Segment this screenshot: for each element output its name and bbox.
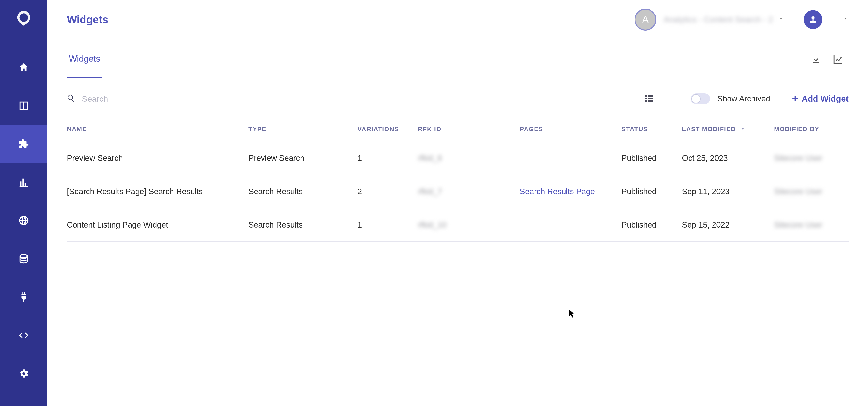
brand-logo[interactable]: [15, 10, 32, 27]
col-last-modified[interactable]: LAST MODIFIED: [682, 125, 774, 133]
view-toggle[interactable]: [644, 93, 654, 104]
nav-analytics[interactable]: [0, 163, 48, 201]
home-icon: [18, 62, 29, 73]
cell-pages: Search Results Page: [520, 187, 621, 196]
cell-last-modified: Oct 25, 2023: [682, 154, 774, 163]
col-rfk-id[interactable]: RFK ID: [418, 125, 520, 133]
cell-modified-by: Sitecore User: [774, 187, 848, 196]
table-row[interactable]: Content Listing Page Widget Search Resul…: [67, 208, 848, 242]
cell-type: Preview Search: [248, 154, 358, 163]
nav-plug[interactable]: [0, 278, 48, 316]
cell-type: Search Results: [248, 220, 358, 229]
environment-label[interactable]: Analytics - Content Search - 2: [663, 15, 773, 24]
cell-name: [Search Results Page] Search Results: [67, 187, 248, 196]
user-label: - -: [830, 15, 838, 24]
cell-variations: 1: [358, 154, 418, 163]
cell-rfk-id: rfkid_6: [418, 154, 520, 163]
plug-icon: [18, 291, 29, 303]
table-header-row: NAME TYPE VARIATIONS RFK ID PAGES STATUS…: [67, 117, 848, 142]
layout-icon: [18, 100, 29, 112]
cell-name: Preview Search: [67, 154, 248, 163]
bar-chart-icon: [18, 177, 29, 188]
cell-variations: 2: [358, 187, 418, 196]
nav-settings[interactable]: [0, 354, 48, 393]
database-icon: [18, 253, 29, 264]
chart-button[interactable]: [827, 49, 848, 70]
download-icon: [810, 54, 822, 65]
nav-widgets[interactable]: [0, 125, 48, 163]
col-variations[interactable]: VARIATIONS: [358, 125, 418, 133]
puzzle-icon: [18, 138, 29, 150]
list-toolbar: Show Archived + Add Widget: [48, 81, 868, 117]
toolbar-divider: [676, 92, 676, 106]
widgets-table: NAME TYPE VARIATIONS RFK ID PAGES STATUS…: [48, 117, 868, 406]
search-icon: [67, 94, 82, 104]
sidebar: [0, 0, 48, 406]
gear-icon: [18, 368, 29, 379]
download-button[interactable]: [805, 49, 827, 70]
cell-modified-by: Sitecore User: [774, 154, 848, 163]
user-icon: [808, 15, 818, 25]
top-header: Widgets A Analytics - Content Search - 2…: [48, 0, 868, 39]
cell-status: Published: [621, 187, 682, 196]
cell-status: Published: [621, 220, 682, 229]
environment-caret-icon[interactable]: [778, 15, 784, 24]
col-status[interactable]: STATUS: [621, 125, 682, 133]
cell-rfk-id: rfkid_7: [418, 187, 520, 196]
cell-modified-by: Sitecore User: [774, 220, 848, 229]
user-caret-icon[interactable]: [842, 15, 848, 24]
add-widget-button[interactable]: + Add Widget: [792, 93, 848, 104]
col-pages[interactable]: PAGES: [520, 125, 621, 133]
nav-database[interactable]: [0, 240, 48, 278]
col-name[interactable]: NAME: [67, 125, 248, 133]
tab-widgets[interactable]: Widgets: [67, 41, 102, 79]
cell-rfk-id: rfkid_10: [418, 220, 520, 229]
environment-badge[interactable]: A: [634, 9, 656, 31]
globe-icon: [18, 215, 29, 226]
table-row[interactable]: Preview Search Preview Search 1 rfkid_6 …: [67, 142, 848, 175]
search-input[interactable]: [82, 94, 251, 104]
tabs-row: Widgets: [48, 39, 868, 81]
page-link[interactable]: Search Results Page: [520, 187, 595, 196]
col-type[interactable]: TYPE: [248, 125, 358, 133]
nav-layout[interactable]: [0, 87, 48, 125]
sort-desc-icon: [740, 125, 745, 133]
nav-code[interactable]: [0, 316, 48, 354]
nav-home[interactable]: [0, 49, 48, 87]
table-row[interactable]: [Search Results Page] Search Results Sea…: [67, 175, 848, 208]
cell-name: Content Listing Page Widget: [67, 220, 248, 229]
cell-variations: 1: [358, 220, 418, 229]
cell-last-modified: Sep 15, 2022: [682, 220, 774, 229]
show-archived-label: Show Archived: [717, 94, 770, 103]
col-modified-by[interactable]: MODIFIED BY: [774, 125, 848, 133]
cell-type: Search Results: [248, 187, 358, 196]
plus-icon: +: [792, 93, 798, 104]
cell-last-modified: Sep 11, 2023: [682, 187, 774, 196]
show-archived-toggle[interactable]: [691, 93, 710, 104]
page-title: Widgets: [67, 13, 108, 26]
code-icon: [18, 330, 29, 341]
cell-status: Published: [621, 154, 682, 163]
list-view-icon: [644, 93, 654, 103]
add-widget-label: Add Widget: [802, 94, 848, 104]
user-avatar[interactable]: [804, 10, 823, 29]
nav-globe[interactable]: [0, 201, 48, 240]
line-chart-icon: [832, 54, 843, 65]
